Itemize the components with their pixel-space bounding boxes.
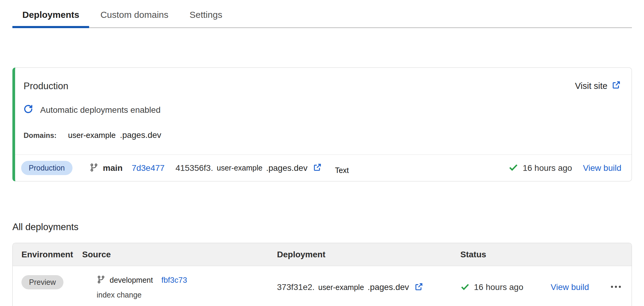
branch-name: development [110, 276, 153, 285]
column-deployment: Deployment [277, 250, 460, 259]
domain-name: user-example [68, 131, 116, 140]
refresh-icon [24, 104, 33, 116]
deployment-domain: user-example [217, 164, 262, 172]
branch-name: main [103, 163, 123, 173]
production-card-info: Production Visit site Automatic deployme… [15, 68, 632, 155]
deployment-suffix: .pages.dev [266, 163, 308, 173]
commit-message: index change [97, 291, 142, 299]
ellipsis-menu-icon [610, 282, 622, 293]
external-link-icon[interactable] [414, 282, 423, 292]
external-link-icon[interactable] [313, 163, 322, 173]
production-deployment-row: Production main 7d3e477 415356f3. user-e… [15, 155, 632, 181]
view-build-link[interactable]: View build [551, 282, 589, 292]
commit-link[interactable]: 7d3e477 [132, 163, 165, 173]
table-row: Preview development fbf3c73 index change… [13, 266, 632, 306]
git-branch-icon [89, 163, 98, 173]
tab-custom-domains[interactable]: Custom domains [90, 0, 178, 27]
row-actions-menu[interactable] [610, 275, 632, 299]
table-header: Environment Source Deployment Status [13, 243, 632, 266]
visit-site-label: Visit site [575, 81, 607, 91]
check-icon [508, 162, 518, 174]
all-deployments-title: All deployments [12, 222, 644, 233]
tab-bar: Deployments Custom domains Settings [12, 0, 632, 28]
domain-suffix: .pages.dev [120, 130, 161, 140]
column-environment: Environment [13, 250, 82, 259]
production-card: Production Visit site Automatic deployme… [12, 67, 632, 181]
note-label: Text [335, 166, 349, 175]
deploy-time: 16 hours ago [523, 163, 572, 173]
environment-badge: Production [21, 161, 72, 175]
tab-deployments[interactable]: Deployments [12, 0, 89, 28]
git-branch-icon [97, 275, 105, 285]
tab-settings[interactable]: Settings [179, 0, 232, 27]
view-build-link[interactable]: View build [583, 163, 621, 173]
auto-deploy-text: Automatic deployments enabled [40, 105, 160, 115]
deployment-id: 415356f3. [175, 163, 213, 173]
column-status: Status [460, 250, 551, 259]
column-source: Source [82, 250, 277, 259]
deploy-time: 16 hours ago [474, 282, 523, 292]
domains-label: Domains: [24, 131, 56, 140]
deployment-domain: user-example [318, 283, 364, 292]
external-link-icon [612, 80, 621, 92]
production-card-title: Production [24, 81, 68, 92]
deployments-table: Environment Source Deployment Status Pre… [12, 243, 632, 306]
check-icon [460, 282, 470, 293]
commit-link[interactable]: fbf3c73 [161, 275, 187, 285]
visit-site-link[interactable]: Visit site [575, 80, 621, 92]
environment-badge: Preview [21, 275, 63, 289]
deployment-id: 373f31e2. [277, 282, 315, 292]
deployment-suffix: .pages.dev [368, 282, 409, 292]
